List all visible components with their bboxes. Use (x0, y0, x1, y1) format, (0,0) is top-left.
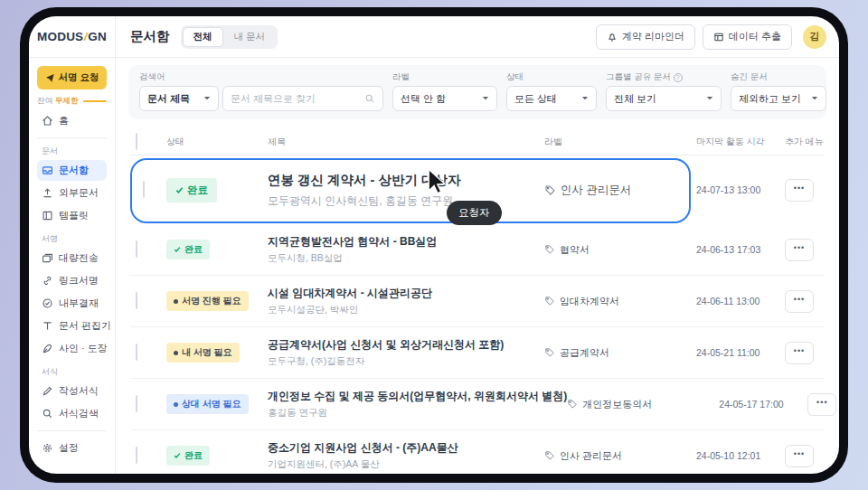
status-dot-icon (174, 402, 178, 407)
group-share-select[interactable]: 전체 보기 (606, 86, 722, 111)
select-all-checkbox[interactable] (136, 133, 137, 150)
table-row[interactable]: 상대 서명 필요 개인정보 수집 및 제공 동의서(업무협약서, 위원회서약서 … (130, 379, 825, 430)
row-checkbox[interactable] (136, 395, 137, 412)
logo-text-2: GN (88, 30, 107, 43)
more-menu-button[interactable]: ••• (807, 393, 836, 416)
table-row[interactable]: 내 서명 필요 공급계약서(사업 신청서 및 외상거래신청서 포함) 모두구청,… (130, 327, 825, 379)
row-checkbox[interactable] (143, 181, 145, 198)
row-checkbox[interactable] (136, 447, 137, 464)
data-extract-button[interactable]: 데이터 추출 (703, 24, 792, 50)
row-checkbox[interactable] (136, 292, 137, 309)
status-dot-icon (174, 351, 178, 355)
more-menu-button[interactable]: ••• (785, 290, 814, 313)
signature-request-button[interactable]: 서명 요청 (37, 66, 107, 90)
sidebar-item-bulk-send[interactable]: 대량전송 (37, 248, 107, 269)
document-title[interactable]: 시설 임대차계약서 - 시설관리공단 (268, 286, 544, 301)
sidebar-item-settings[interactable]: 설정 (37, 438, 107, 458)
sidebar-item-create-form[interactable]: 작성서식 (37, 381, 107, 401)
table-row[interactable]: 완료 지역균형발전사업 협약서 - BB실업 모두시청, BB실업 협약서 24… (130, 224, 825, 276)
more-menu-button[interactable]: ••• (785, 342, 814, 364)
filter-bar: 검색어 문서 제목 문서 제목으로 찾기 라벨 (128, 65, 826, 119)
check-circle-icon (42, 297, 53, 309)
document-title[interactable]: 개인정보 수집 및 제공 동의서(업무협약서, 위원회서약서 별첨) (268, 389, 567, 404)
tab-all-documents[interactable]: 전체 (183, 27, 223, 47)
info-icon[interactable]: ? (674, 73, 683, 82)
document-parties: 홍길동 연구원 (268, 407, 567, 419)
row-checkbox[interactable] (136, 240, 137, 258)
gear-icon (42, 442, 53, 454)
table-row[interactable]: 완료 중소기업 지원사업 신청서 - (주)AA물산 기업지원센터, (주)AA… (130, 430, 825, 474)
tab-my-documents[interactable]: 내 문서 (223, 27, 276, 47)
sidebar-item-templates[interactable]: 템플릿 (37, 205, 107, 226)
last-activity-time: 24-06-11 13:00 (696, 296, 785, 306)
document-label: 인사 관리문서 (544, 183, 696, 198)
paper-plane-icon (45, 73, 55, 83)
template-icon (42, 210, 53, 221)
status-badge: 완료 (166, 178, 217, 203)
document-parties: 기업지원센터, (주)AA 물산 (268, 458, 544, 471)
sidebar-item-link-sign[interactable]: 링크서명 (37, 270, 107, 291)
filter-hidden-docs: 숨긴 문서 제외하고 보기 (731, 71, 826, 111)
chevron-down-icon (576, 96, 589, 101)
document-title[interactable]: 지역균형발전사업 협약서 - BB실업 (268, 234, 544, 250)
hidden-docs-select[interactable]: 제외하고 보기 (731, 86, 826, 111)
sidebar-item-inbox[interactable]: 문서함 (37, 160, 107, 181)
inbox-icon (42, 165, 53, 176)
status-badge: 내 서명 필요 (166, 343, 240, 363)
document-title[interactable]: 연봉 갱신 계약서 - 상반기 대상자 (268, 172, 544, 189)
last-activity-time: 24-06-13 17:03 (696, 244, 785, 255)
upload-icon (42, 187, 53, 199)
top-bar: MODUS/GN 문서함 전체 내 문서 계약 리마인더 데이터 추출 김 (29, 16, 839, 58)
app-window-frame: MODUS/GN 문서함 전체 내 문서 계약 리마인더 데이터 추출 김 서명… (20, 7, 848, 483)
pencil-icon (42, 385, 53, 397)
label-select[interactable]: 선택 안 함 (392, 86, 497, 111)
search-input[interactable]: 문서 제목으로 찾기 (222, 86, 383, 111)
more-menu-button[interactable]: ••• (785, 179, 814, 202)
document-scope-tabs: 전체 내 문서 (181, 25, 278, 49)
document-label: 협약서 (544, 243, 696, 257)
document-title[interactable]: 공급계약서(사업 신청서 및 외상거래신청서 포함) (268, 337, 544, 353)
filter-status: 상태 모든 상태 (506, 71, 597, 111)
user-avatar[interactable]: 김 (803, 25, 826, 49)
status-select[interactable]: 모든 상태 (506, 86, 597, 111)
search-icon (364, 93, 375, 104)
quota-bar (83, 100, 108, 102)
main-content: 검색어 문서 제목 문서 제목으로 찾기 라벨 (116, 58, 839, 474)
filter-group-share: 그룹별 공유 문서 ? 전체 보기 (606, 71, 722, 111)
divider (37, 137, 107, 138)
more-menu-button[interactable]: ••• (785, 445, 814, 467)
search-type-select[interactable]: 문서 제목 (139, 86, 219, 111)
modusign-logo: MODUS/GN (29, 16, 116, 57)
page-title: 문서함 (130, 28, 170, 45)
chevron-down-icon (806, 96, 818, 101)
section-label-signature: 서명 (42, 233, 107, 245)
document-title[interactable]: 중소기업 지원사업 신청서 - (주)AA물산 (268, 440, 544, 456)
sidebar-item-doc-editor[interactable]: 문서 편집기 (37, 316, 107, 336)
table-header: 상태 제목 라벨 마지막 활동 시각 추가 메뉴 (130, 128, 825, 155)
last-activity-time: 24-05-21 11:00 (696, 347, 785, 358)
filter-label: 라벨 선택 안 함 (392, 71, 497, 111)
more-menu-button[interactable]: ••• (785, 239, 814, 261)
data-extract-icon (713, 32, 724, 42)
divider (37, 430, 107, 431)
requester-tooltip: 요청자 (447, 201, 502, 225)
last-activity-time: 24-05-17 17:00 (719, 399, 807, 410)
status-badge: 상대 서명 필요 (166, 394, 249, 414)
contract-reminder-button[interactable]: 계약 리마인더 (596, 24, 695, 50)
sidebar-item-external-docs[interactable]: 외부문서 (37, 183, 107, 203)
document-label: 임대차계약서 (544, 295, 696, 308)
chevron-down-icon (476, 96, 489, 101)
status-badge: 서명 진행 필요 (166, 291, 249, 311)
document-label: 개인정보동의서 (567, 398, 719, 411)
section-label-forms: 서식 (42, 366, 107, 378)
last-activity-time: 24-05-10 12:01 (696, 450, 785, 461)
sidebar-item-home[interactable]: 홈 (37, 110, 107, 131)
sidebar-item-sign-stamp[interactable]: 사인 · 도장 (37, 338, 107, 359)
table-row[interactable]: 서명 진행 필요 시설 임대차계약서 - 시설관리공단 모두시설공단, 박싸인 … (130, 276, 825, 327)
bell-icon (607, 32, 618, 42)
document-label: 인사 관리문서 (544, 449, 696, 463)
sidebar-item-form-search[interactable]: 서식검색 (37, 403, 107, 424)
sidebar-item-internal-approval[interactable]: 내부결재 (37, 293, 107, 314)
row-checkbox[interactable] (136, 344, 137, 361)
status-dot-icon (174, 299, 178, 304)
